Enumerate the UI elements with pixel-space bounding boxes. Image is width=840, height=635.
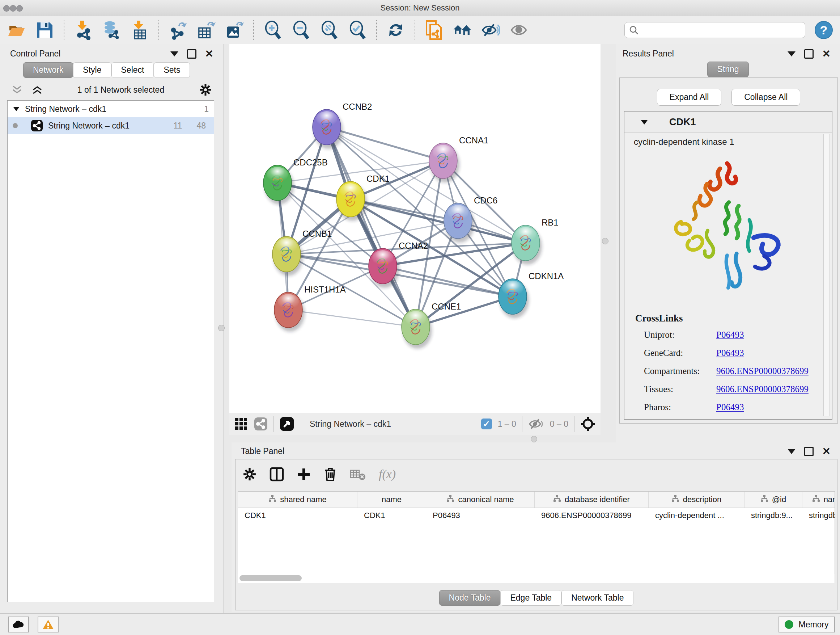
network-row[interactable]: String Network – cdk1 11 48 — [8, 117, 214, 134]
add-column-icon[interactable] — [297, 467, 311, 481]
edge-CCNE1-HIST1H1A[interactable] — [288, 310, 416, 327]
open-session-button[interactable] — [7, 21, 26, 40]
show-columns-icon[interactable] — [270, 467, 284, 481]
first-neighbors-button[interactable] — [453, 21, 472, 40]
column-header-description[interactable]: description — [649, 492, 745, 508]
crosslink-link[interactable]: P06493 — [716, 348, 744, 358]
edge-CCNB2-CCNE1[interactable] — [327, 127, 416, 327]
tree-expander-icon[interactable] — [13, 106, 20, 112]
expand-all-icon[interactable] — [32, 85, 43, 95]
import-network-database-button[interactable] — [102, 21, 121, 40]
export-network-button[interactable] — [169, 21, 187, 40]
network-collection-row[interactable]: String Network – cdk1 1 — [8, 101, 214, 117]
hidden-eye-slash-icon[interactable] — [528, 417, 544, 431]
results-panel-close-icon[interactable]: ✕ — [822, 50, 831, 57]
tab-sets[interactable]: Sets — [154, 62, 190, 78]
show-all-button[interactable] — [509, 21, 528, 40]
node-CDC6[interactable] — [444, 203, 474, 242]
table-cell[interactable]: P06493 — [426, 508, 535, 523]
tab-style[interactable]: Style — [73, 62, 111, 78]
gene-expander-icon[interactable] — [640, 119, 648, 125]
collapse-all-icon[interactable] — [11, 85, 22, 95]
control-panel-float-icon[interactable] — [187, 49, 196, 59]
expand-all-button[interactable]: Expand All — [657, 89, 722, 106]
table-panel-float-icon[interactable] — [804, 447, 813, 456]
search-input[interactable] — [641, 25, 801, 35]
fit-selected-crosshair-icon[interactable] — [580, 416, 595, 432]
protein-structure-image — [640, 149, 810, 305]
results-panel-float-icon[interactable] — [804, 49, 813, 59]
import-table-file-button[interactable] — [130, 21, 149, 40]
tab-network[interactable]: Network — [23, 62, 73, 78]
tab-node-table[interactable]: Node Table — [439, 590, 501, 606]
column-header-name[interactable]: name — [357, 492, 426, 508]
function-builder-icon[interactable]: f(x) — [379, 467, 396, 481]
warnings-button[interactable] — [38, 616, 58, 632]
zoom-fit-content-button[interactable] — [320, 21, 339, 40]
node-CCNB2[interactable] — [313, 109, 343, 149]
birds-eye-view-icon[interactable] — [279, 417, 294, 431]
node-CCNE1[interactable] — [401, 309, 432, 348]
new-network-from-selection-button[interactable] — [425, 21, 444, 40]
export-network-icon — [169, 20, 187, 40]
table-cell[interactable]: CDK1 — [238, 508, 357, 523]
cloud-status-button[interactable] — [8, 616, 29, 632]
crosslink-link[interactable]: 9606.ENSP00000378699 — [716, 384, 808, 394]
save-session-button[interactable] — [35, 21, 54, 40]
apply-layout-button[interactable] — [386, 21, 405, 40]
toolbar-search[interactable] — [624, 22, 805, 38]
export-image-button[interactable] — [225, 21, 244, 40]
control-panel-close-icon[interactable]: ✕ — [205, 50, 213, 57]
table-cell[interactable]: 9606.ENSP00000378699 — [535, 508, 649, 523]
column-header-namespace[interactable]: namespace — [802, 492, 835, 508]
table-cell[interactable]: stringdb:9... — [745, 508, 802, 523]
table-cell[interactable]: CDK1 — [357, 508, 426, 523]
left-splitter-handle[interactable] — [218, 325, 225, 331]
delete-column-trash-icon[interactable] — [324, 467, 337, 481]
table-panel-close-icon[interactable]: ✕ — [822, 448, 831, 455]
right-splitter-handle[interactable] — [602, 238, 608, 244]
bottom-splitter-handle[interactable] — [531, 436, 537, 442]
scrollbar-thumb[interactable] — [240, 575, 302, 581]
table-horizontal-scrollbar[interactable] — [238, 574, 835, 583]
memory-button[interactable]: Memory — [778, 616, 835, 632]
results-panel-menu-icon[interactable] — [788, 51, 796, 57]
node-CDKN1A[interactable] — [499, 279, 529, 318]
table-cell[interactable]: cyclin-dependent ... — [649, 508, 745, 523]
crosslink-link[interactable]: 9606.ENSP00000378699 — [716, 366, 808, 376]
hide-selection-button[interactable] — [481, 21, 500, 40]
tab-select[interactable]: Select — [111, 62, 154, 78]
table-cell[interactable]: stringdb — [802, 508, 835, 523]
export-table-button[interactable] — [197, 21, 216, 40]
zoom-out-button[interactable] — [292, 21, 310, 40]
delete-table-icon[interactable] — [350, 468, 366, 480]
network-view-icon[interactable] — [254, 417, 268, 431]
crosslink-row: GeneCard:P06493 — [635, 348, 818, 358]
grid-view-icon[interactable] — [234, 417, 248, 431]
crosslink-link[interactable]: P06493 — [716, 330, 744, 340]
collapse-all-button[interactable]: Collapse All — [731, 89, 800, 106]
network-canvas[interactable]: CCNB2CCNA1CDC25BCDK1CDC6RB1CCNB1CCNA2CDK… — [229, 44, 600, 413]
column-header-database-identifier[interactable]: database identifier — [535, 492, 649, 508]
node-HIST1H1A[interactable] — [274, 292, 305, 332]
tab-edge-table[interactable]: Edge Table — [500, 590, 561, 606]
column-header-shared-name[interactable]: shared name — [238, 492, 357, 508]
zoom-selected-button[interactable] — [348, 21, 367, 40]
gene-header-row[interactable]: CDK1 — [624, 111, 832, 133]
column-header-canonical-name[interactable]: canonical name — [426, 492, 535, 508]
help-button[interactable]: ? — [815, 21, 833, 39]
import-network-file-button[interactable] — [74, 21, 93, 40]
node-RB1[interactable] — [512, 225, 542, 264]
results-scrollbar[interactable] — [823, 134, 830, 416]
zoom-in-button[interactable] — [264, 21, 282, 40]
table-panel-menu-icon[interactable] — [788, 449, 796, 454]
selected-indicator-checkbox[interactable]: ✓ — [481, 418, 492, 429]
network-options-gear-icon[interactable] — [199, 83, 212, 96]
tab-string[interactable]: String — [707, 62, 748, 77]
column-header-@id[interactable]: @id — [745, 492, 802, 508]
tab-network-table[interactable]: Network Table — [561, 590, 633, 606]
node-CDC25B[interactable] — [264, 165, 294, 204]
crosslink-link[interactable]: P06493 — [716, 402, 744, 412]
control-panel-menu-icon[interactable] — [171, 51, 178, 57]
table-options-gear-icon[interactable] — [243, 467, 256, 481]
